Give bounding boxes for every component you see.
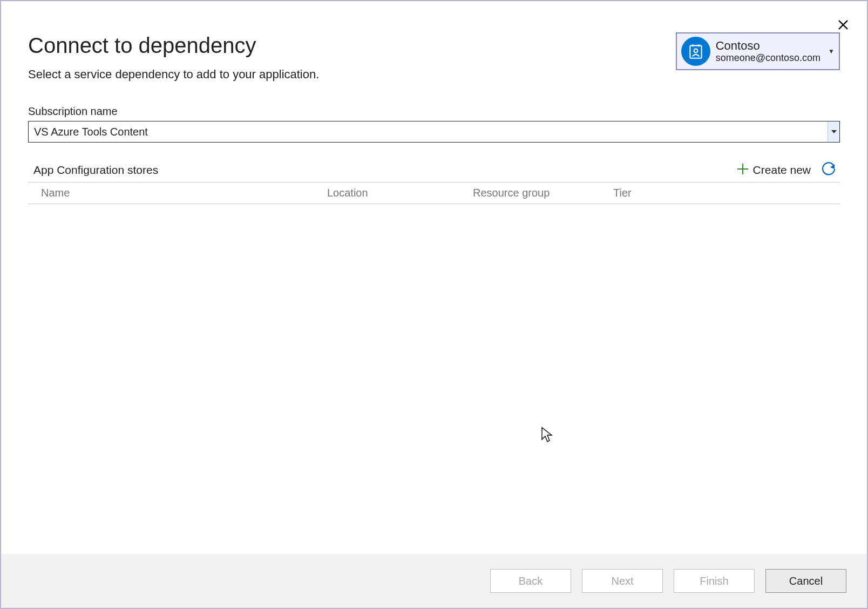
column-name: Name	[41, 187, 327, 199]
finish-button: Finish	[674, 569, 755, 593]
subscription-dropdown[interactable]: VS Azure Tools Content	[28, 121, 840, 143]
back-button: Back	[490, 569, 571, 593]
subscription-label: Subscription name	[28, 105, 840, 118]
cursor-icon	[541, 427, 554, 443]
close-button[interactable]	[836, 17, 851, 34]
svg-point-5	[694, 49, 697, 53]
stores-table-header: Name Location Resource group Tier	[28, 182, 840, 204]
stores-section-title: App Configuration stores	[33, 164, 158, 177]
chevron-down-icon: ▼	[828, 48, 835, 55]
dropdown-toggle[interactable]	[828, 121, 839, 142]
column-tier: Tier	[613, 187, 831, 199]
cancel-button[interactable]: Cancel	[765, 569, 846, 593]
column-resource-group: Resource group	[473, 187, 613, 199]
account-info: Contoso someone@contoso.com	[716, 39, 820, 64]
account-org: Contoso	[716, 39, 820, 52]
plus-icon	[737, 163, 749, 177]
subscription-value: VS Azure Tools Content	[29, 121, 828, 142]
account-email: someone@contoso.com	[716, 52, 820, 64]
refresh-icon	[822, 162, 836, 176]
column-location: Location	[327, 187, 473, 199]
account-badge-icon	[681, 37, 710, 66]
account-selector[interactable]: Contoso someone@contoso.com ▼	[676, 32, 840, 70]
chevron-down-icon	[831, 130, 837, 133]
next-button: Next	[582, 569, 663, 593]
close-icon	[838, 19, 849, 30]
create-new-label: Create new	[753, 164, 811, 177]
create-new-button[interactable]: Create new	[737, 163, 811, 177]
refresh-button[interactable]	[820, 161, 837, 179]
svg-rect-2	[690, 45, 701, 58]
dialog-footer: Back Next Finish Cancel	[1, 554, 867, 608]
